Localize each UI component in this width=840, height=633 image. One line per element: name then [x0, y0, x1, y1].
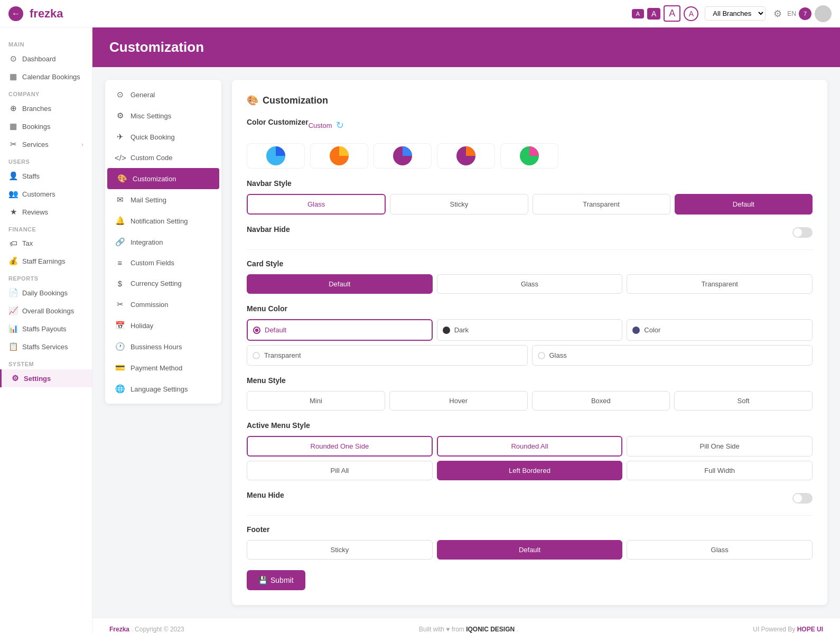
- settings-menu-customization[interactable]: 🎨 Customization: [107, 168, 219, 189]
- active-menu-left-bordered[interactable]: Left Bordered: [437, 461, 623, 480]
- settings-menu-language[interactable]: 🌐 Language Settings: [105, 378, 221, 399]
- settings-menu-business-hours[interactable]: 🕐 Bussiness Hours: [105, 336, 221, 357]
- swatch-2[interactable]: [310, 143, 368, 169]
- sidebar-item-tax[interactable]: 🏷 Tax: [0, 235, 92, 252]
- settings-icon[interactable]: ⚙: [773, 8, 782, 20]
- navbar-default-btn[interactable]: Default: [675, 194, 813, 215]
- menu-hide-toggle[interactable]: [792, 493, 813, 504]
- footer-style-options: Sticky Default Glass: [247, 540, 813, 560]
- footer-sticky-btn[interactable]: Sticky: [247, 540, 433, 560]
- settings-menu: ⊙ General ⚙ Misc Settings ✈ Quick Bookin…: [105, 80, 221, 404]
- sidebar-item-services[interactable]: ✂ Services ›: [0, 135, 92, 153]
- services-icon: ✂: [8, 139, 18, 149]
- font-medium-btn[interactable]: A: [647, 8, 660, 20]
- settings-menu-general[interactable]: ⊙ General: [105, 84, 221, 105]
- customization-icon: 🎨: [117, 174, 127, 183]
- menu-color-glass[interactable]: Glass: [532, 345, 813, 366]
- sidebar-item-daily-bookings[interactable]: 📄 Daily Bookings: [0, 284, 92, 302]
- active-menu-rounded-one[interactable]: Rounded One Side: [247, 436, 433, 457]
- card-default-btn[interactable]: Default: [247, 274, 433, 294]
- navbar-sticky-btn[interactable]: Sticky: [390, 194, 528, 215]
- sidebar-item-label: Staffs: [22, 172, 40, 180]
- refresh-icon[interactable]: ↻: [336, 119, 344, 131]
- font-circle-btn[interactable]: A: [684, 6, 698, 21]
- active-menu-full-width[interactable]: Full Width: [627, 461, 813, 480]
- customization-icon-title: 🎨: [247, 95, 258, 106]
- active-menu-rounded-all[interactable]: Rounded All: [437, 436, 623, 457]
- navbar-hide-toggle[interactable]: [792, 227, 813, 238]
- sidebar-item-staffs-payouts[interactable]: 📊 Staffs Payouts: [0, 320, 92, 338]
- settings-menu-currency[interactable]: $ Currency Setting: [105, 273, 221, 294]
- general-icon: ⊙: [115, 90, 125, 99]
- settings-menu-custom-fields[interactable]: ≡ Custom Fields: [105, 253, 221, 273]
- settings-menu-integration[interactable]: 🔗 Integration: [105, 231, 221, 253]
- settings-menu-custom-code[interactable]: </> Custom Code: [105, 147, 221, 168]
- sidebar-item-overall-bookings[interactable]: 📈 Overall Bookings: [0, 302, 92, 320]
- settings-menu-notification[interactable]: 🔔 Notification Setting: [105, 210, 221, 231]
- sidebar-item-staff-earnings[interactable]: 💰 Staff Earnings: [0, 252, 92, 270]
- font-large-btn[interactable]: A: [664, 5, 680, 22]
- submit-button[interactable]: 💾 Submit: [247, 570, 305, 590]
- navbar-transparent-btn[interactable]: Transparent: [533, 194, 670, 215]
- avatar[interactable]: [815, 5, 832, 22]
- sidebar-item-branches[interactable]: ⊕ Branches: [0, 99, 92, 117]
- sidebar-item-bookings[interactable]: ▦ Bookings: [0, 117, 92, 135]
- menu-style-label: Menu Style: [247, 376, 813, 385]
- menu-color-color[interactable]: Color: [627, 319, 813, 341]
- sidebar-item-label: Staff Earnings: [22, 257, 65, 265]
- footer-default-btn[interactable]: Default: [437, 540, 623, 560]
- menu-item-label: Integration: [130, 238, 163, 246]
- sidebar-item-reviews[interactable]: ★ Reviews: [0, 203, 92, 221]
- settings-menu-payment[interactable]: 💳 Payment Method: [105, 357, 221, 378]
- branches-icon: ⊕: [8, 104, 18, 113]
- card-transparent-btn[interactable]: Transparent: [627, 274, 813, 294]
- notification-button[interactable]: 7: [799, 7, 811, 20]
- menu-hide-label: Menu Hide: [247, 491, 284, 499]
- sidebar-item-label: Settings: [24, 375, 51, 383]
- menu-color-dark[interactable]: Dark: [437, 319, 623, 341]
- footer-glass-btn[interactable]: Glass: [627, 540, 813, 560]
- menu-color-transparent[interactable]: Transparent: [247, 345, 528, 366]
- menu-item-label: Quick Booking: [130, 133, 175, 141]
- footer-label: Footer: [247, 525, 813, 534]
- active-menu-pill-all[interactable]: Pill All: [247, 461, 433, 480]
- notification-icon: 🔔: [115, 216, 125, 226]
- swatch-3[interactable]: [374, 143, 432, 169]
- card-glass-btn[interactable]: Glass: [437, 274, 623, 294]
- sidebar-item-label: Customers: [22, 190, 55, 198]
- sidebar-item-dashboard[interactable]: ⊙ Dashboard: [0, 50, 92, 68]
- active-menu-row2: Pill All Left Bordered Full Width: [247, 461, 813, 480]
- swatch-5[interactable]: [500, 143, 558, 169]
- navbar-glass-btn[interactable]: Glass: [247, 194, 386, 215]
- settings-menu-commission[interactable]: ✂ Commission: [105, 294, 221, 315]
- custom-link[interactable]: Custom: [309, 122, 332, 129]
- font-small-btn[interactable]: A: [632, 9, 644, 18]
- commission-icon: ✂: [115, 300, 125, 309]
- menu-style-mini[interactable]: Mini: [247, 391, 385, 411]
- settings-menu-misc[interactable]: ⚙ Misc Settings: [105, 105, 221, 126]
- swatch-4[interactable]: [437, 143, 495, 169]
- sidebar-item-staffs[interactable]: 👤 Staffs: [0, 167, 92, 185]
- branch-select[interactable]: All Branches: [705, 6, 766, 21]
- sidebar-item-calendar[interactable]: ▦ Calendar Bookings: [0, 68, 92, 86]
- settings-menu-holiday[interactable]: 📅 Holiday: [105, 315, 221, 336]
- radio-dot-glass: [538, 352, 545, 359]
- footer-brand: Frezka . Copyright © 2023: [109, 626, 184, 633]
- sidebar-item-customers[interactable]: 👥 Customers: [0, 185, 92, 203]
- sidebar-item-staffs-services[interactable]: 📋 Staffs Services: [0, 338, 92, 356]
- menu-style-hover[interactable]: Hover: [389, 391, 528, 411]
- settings-menu-mail[interactable]: ✉ Mail Setting: [105, 189, 221, 210]
- back-button[interactable]: ←: [8, 6, 23, 21]
- active-menu-row1: Rounded One Side Rounded All Pill One Si…: [247, 436, 813, 457]
- active-menu-pill-one[interactable]: Pill One Side: [627, 436, 813, 457]
- menu-hide-row: Menu Hide: [247, 491, 813, 506]
- menu-color-options-row1: Default Dark Color: [247, 319, 813, 341]
- menu-color-default[interactable]: Default: [247, 319, 433, 341]
- menu-style-boxed[interactable]: Boxed: [532, 391, 670, 411]
- menu-item-label: Custom Fields: [130, 259, 174, 267]
- sidebar-item-settings[interactable]: ⚙ Settings: [0, 369, 92, 387]
- settings-menu-quick-booking[interactable]: ✈ Quick Booking: [105, 126, 221, 147]
- swatch-1[interactable]: [247, 143, 305, 169]
- menu-style-soft[interactable]: Soft: [674, 391, 813, 411]
- footer-built-with: Built with ♥ from IQONIC DESIGN .: [419, 626, 518, 633]
